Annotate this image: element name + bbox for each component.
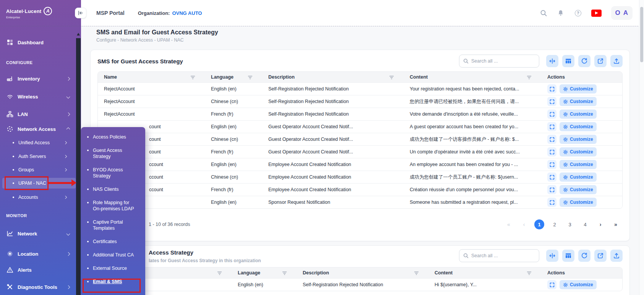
- fullscreen-icon[interactable]: [547, 160, 556, 169]
- column-header-description[interactable]: Description: [297, 270, 428, 276]
- email-search[interactable]: [459, 249, 539, 262]
- open-external-button[interactable]: [594, 55, 607, 67]
- fullscreen-icon[interactable]: [547, 110, 556, 119]
- fullscreen-icon[interactable]: [547, 84, 556, 93]
- column-header-language[interactable]: Language: [205, 74, 262, 80]
- first-page-button[interactable]: «: [504, 219, 514, 229]
- customize-button[interactable]: Customize: [560, 185, 597, 194]
- page-button-1[interactable]: 1: [534, 219, 544, 229]
- submenu-item-role-mapping-for-on-premises-ldap[interactable]: Role Mapping for On-premises LDAP: [87, 200, 138, 212]
- column-header-language[interactable]: Language: [232, 270, 297, 276]
- fit-columns-button[interactable]: [546, 55, 558, 67]
- submenu-item-nas-clients[interactable]: NAS Clients: [87, 186, 138, 192]
- table-row[interactable]: English (en) Self-Registration Rejected …: [98, 278, 622, 291]
- avatar[interactable]: O A: [611, 6, 633, 20]
- customize-button[interactable]: Customize: [560, 280, 597, 289]
- sidebar-item-unified-access[interactable]: Unified Access: [0, 137, 75, 148]
- sms-search-input[interactable]: [471, 58, 535, 64]
- submenu-item-certificates[interactable]: Certificates: [87, 239, 138, 245]
- table-row[interactable]: RejectAccount Chinese (cn) Self-Registra…: [98, 95, 622, 108]
- refresh-button[interactable]: [578, 55, 590, 67]
- table-row[interactable]: RejectAccount English (en) Self-Registra…: [98, 82, 622, 95]
- youtube-icon[interactable]: [591, 9, 602, 17]
- submenu-item-captive-portal-templates[interactable]: Captive Portal Templates: [87, 219, 138, 231]
- organization-value[interactable]: OVNG AUTO: [172, 10, 202, 16]
- sidebar-item-auth-servers[interactable]: Auth Servers: [0, 151, 75, 162]
- email-search-input[interactable]: [471, 253, 535, 258]
- customize-button[interactable]: Customize: [560, 147, 597, 156]
- row-language: English (en): [205, 86, 262, 92]
- sidebar-item-network[interactable]: Network: [0, 228, 75, 239]
- sidebar-item-diagnostic-tools[interactable]: Diagnostic Tools: [0, 281, 75, 293]
- row-actions: Customize: [541, 147, 622, 156]
- customize-button[interactable]: Customize: [560, 110, 597, 119]
- fullscreen-icon[interactable]: [547, 135, 556, 144]
- last-page-button[interactable]: »: [611, 219, 621, 229]
- sidebar-item-network-access[interactable]: Network Access: [0, 123, 75, 135]
- column-header-content[interactable]: Content: [404, 74, 541, 80]
- submenu-item-email-sms[interactable]: Email & SMS: [87, 279, 138, 285]
- customize-button[interactable]: Customize: [560, 135, 597, 144]
- sidebar-item-lan[interactable]: LAN: [0, 108, 75, 120]
- table-row[interactable]: count French (fr) Guest Operator Account…: [98, 145, 622, 158]
- fullscreen-icon[interactable]: [547, 198, 556, 207]
- table-row[interactable]: count Chinese (cn) Guest Operator Accoun…: [98, 133, 622, 145]
- upload-button[interactable]: [610, 250, 623, 262]
- sidebar-item-dashboard[interactable]: Dashboard: [0, 37, 75, 48]
- page-button-4[interactable]: 4: [580, 219, 590, 229]
- fullscreen-icon[interactable]: [547, 185, 556, 194]
- table-row[interactable]: ccount English (en) Employee Account Cre…: [98, 158, 622, 171]
- table-row[interactable]: ccount Chinese (cn) Employee Account Cre…: [98, 171, 622, 183]
- help-icon[interactable]: ?: [574, 9, 582, 17]
- submenu-item-access-policies[interactable]: Access Policies: [87, 134, 138, 140]
- customize-button[interactable]: Customize: [560, 122, 597, 131]
- table-row[interactable]: ccount French (fr) Employee Account Crea…: [98, 183, 622, 196]
- fullscreen-icon[interactable]: [547, 97, 556, 106]
- submenu-item-external-source[interactable]: External Source: [87, 265, 138, 271]
- fullscreen-icon[interactable]: [547, 280, 556, 289]
- customize-button[interactable]: Customize: [560, 160, 597, 169]
- prev-page-button[interactable]: ‹: [519, 219, 529, 229]
- upload-button[interactable]: [610, 55, 623, 67]
- page-button-3[interactable]: 3: [565, 219, 575, 229]
- page-button-2[interactable]: 2: [550, 219, 560, 229]
- page-scrollbar[interactable]: [639, 0, 644, 295]
- fullscreen-icon[interactable]: [547, 147, 556, 156]
- page-scrollbar-thumb[interactable]: [640, 7, 643, 62]
- notification-bell-icon[interactable]: [557, 9, 565, 17]
- sidebar-scrollbar[interactable]: [76, 38, 81, 295]
- column-header-name[interactable]: Name: [98, 74, 205, 80]
- sidebar-scrollbar-up-arrow[interactable]: [77, 33, 80, 35]
- fit-columns-button[interactable]: [546, 250, 558, 262]
- sms-card-title: SMS for Guest Access Strategy: [97, 58, 183, 64]
- submenu-item-additional-trust-ca[interactable]: Additional Trust CA: [87, 252, 138, 258]
- customize-button[interactable]: Customize: [560, 97, 597, 106]
- open-external-button[interactable]: [594, 250, 607, 262]
- submenu-item-label: Access Policies: [93, 134, 126, 140]
- submenu-item-guest-access-strategy[interactable]: Guest Access Strategy: [87, 147, 138, 160]
- column-header-content[interactable]: Content: [428, 270, 541, 276]
- columns-button[interactable]: [562, 250, 574, 262]
- sidebar-item-wireless[interactable]: Wireless: [0, 91, 75, 102]
- sidebar-collapse-button[interactable]: [75, 8, 86, 18]
- table-row[interactable]: RejectAccount French (fr) Self-Registrat…: [98, 108, 622, 120]
- sidebar-item-location[interactable]: Location: [0, 248, 75, 260]
- sidebar-item-inventory[interactable]: Inventory: [0, 73, 75, 84]
- table-row[interactable]: English (en) Sponsor Request Notificatio…: [98, 196, 622, 208]
- sidebar-item-alerts[interactable]: Alerts: [0, 264, 75, 276]
- sidebar-item-accounts[interactable]: Accounts: [0, 192, 75, 203]
- search-icon[interactable]: [540, 9, 547, 17]
- customize-button[interactable]: Customize: [560, 198, 597, 207]
- submenu-item-byod-access-strategy[interactable]: BYOD Access Strategy: [87, 167, 138, 179]
- sidebar-item-groups[interactable]: Groups: [0, 164, 75, 175]
- column-header-description[interactable]: Description: [262, 74, 404, 80]
- table-row[interactable]: count English (en) Guest Operator Accoun…: [98, 120, 622, 133]
- customize-button[interactable]: Customize: [560, 172, 597, 182]
- columns-button[interactable]: [562, 55, 574, 67]
- customize-button[interactable]: Customize: [560, 84, 597, 93]
- refresh-button[interactable]: [578, 250, 590, 262]
- next-page-button[interactable]: ›: [595, 219, 605, 229]
- sms-search[interactable]: [459, 55, 539, 68]
- fullscreen-icon[interactable]: [547, 122, 556, 131]
- fullscreen-icon[interactable]: [547, 172, 556, 182]
